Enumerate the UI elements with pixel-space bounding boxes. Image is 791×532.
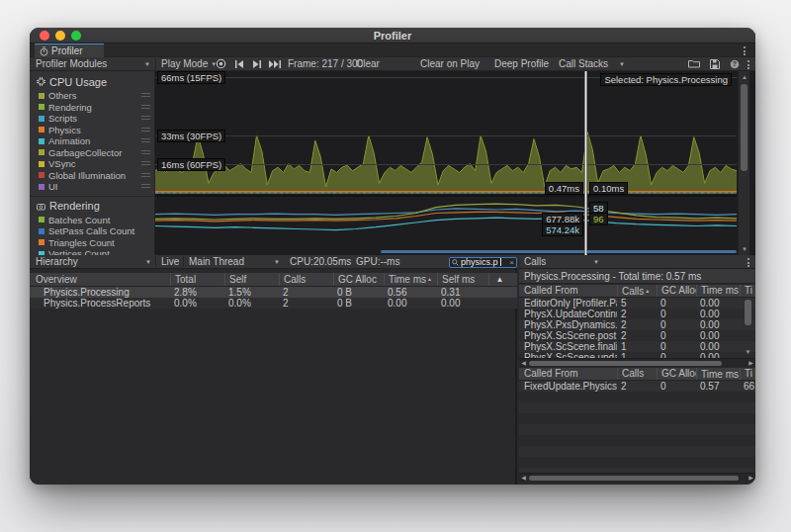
scroll-left-icon[interactable]: ◀	[519, 474, 528, 482]
chevron-down-icon[interactable]: ▼	[619, 61, 625, 67]
legend-item-batches-count[interactable]: Batches Count	[30, 215, 154, 226]
drag-handle-icon[interactable]	[141, 128, 150, 133]
col-total[interactable]: Total	[170, 273, 224, 286]
col-self-ms[interactable]: Self ms	[437, 273, 488, 286]
scrollbar-thumb[interactable]	[741, 84, 747, 171]
scrollbar-thumb[interactable]	[745, 300, 751, 325]
save-profile-button[interactable]	[710, 57, 720, 70]
col-self[interactable]: Self	[224, 273, 279, 286]
drag-handle-icon[interactable]	[141, 161, 150, 167]
table-row[interactable]: PhysX.UpdateContinuatio200.00	[519, 309, 755, 319]
call-stacks-dropdown[interactable]: Call Stacks	[559, 57, 608, 70]
cell: 0.56	[384, 287, 437, 298]
color-swatch	[39, 138, 44, 144]
table-row[interactable]: PhysX.ScScene.postSolve200.00	[519, 330, 755, 341]
help-button[interactable]: ?	[730, 57, 740, 70]
col-gc-alloc[interactable]: GC Alloc	[657, 285, 696, 297]
col-time-ms[interactable]: Time ms▴	[696, 368, 740, 380]
pane-menu-icon[interactable]	[744, 46, 746, 55]
cpu-usage-chart[interactable]	[155, 71, 737, 195]
toolbar-menu-icon[interactable]	[747, 60, 749, 69]
clear-search-icon[interactable]: ×	[509, 258, 514, 267]
col-calls[interactable]: Calls▴	[617, 285, 657, 297]
legend-item-rendering[interactable]: Rendering	[30, 102, 154, 114]
called-from-table-header[interactable]: Called From Calls▴ GC Alloc Time ms Ti	[519, 285, 755, 298]
col-time-ms[interactable]: Time ms▴	[384, 273, 437, 286]
scroll-down-icon[interactable]: ▼	[739, 244, 750, 254]
drag-handle-icon[interactable]	[141, 116, 150, 122]
cell: 0.00	[437, 298, 488, 309]
legend-item-scripts[interactable]: Scripts	[30, 113, 154, 125]
scroll-right-icon[interactable]: ▶	[747, 359, 755, 367]
drag-handle-icon[interactable]	[141, 138, 150, 144]
table-row[interactable]: PhysX.PxsDynamics.creat200.00	[519, 319, 755, 330]
legend-item-ui[interactable]: UI	[30, 181, 154, 193]
legend-item-global-illumination[interactable]: Global Illumination	[30, 170, 154, 182]
load-profile-button[interactable]	[688, 57, 700, 70]
details-menu-icon[interactable]	[747, 258, 749, 267]
first-frame-button[interactable]	[234, 57, 244, 70]
profiler-modules-dropdown[interactable]: Profiler Modules	[36, 57, 107, 70]
col-called-from[interactable]: Called From	[519, 285, 617, 297]
drag-handle-icon[interactable]	[141, 93, 150, 99]
table-row[interactable]: EditorOnly [Profiler.ParseT500.00	[519, 298, 755, 309]
legend-item-triangles-count[interactable]: Triangles Count	[30, 237, 154, 249]
search-input[interactable]: physics.p ×	[449, 257, 517, 268]
deep-profile-toggle[interactable]: Deep Profile	[494, 57, 549, 70]
legend-item-vsync[interactable]: VSync	[30, 158, 154, 170]
col-calls[interactable]: Calls	[279, 273, 333, 286]
clear-button[interactable]: Clear	[356, 57, 380, 70]
hierarchy-table-header[interactable]: Overview Total Self Calls GC Alloc Time …	[30, 273, 517, 287]
hierarchy-view-dropdown[interactable]: Hierarchy	[36, 255, 78, 268]
called-from-h-scrollbar[interactable]: ◀ ▶	[519, 358, 755, 367]
legend-item-animation[interactable]: Animation	[30, 135, 154, 147]
col-time-ms[interactable]: Time ms	[696, 285, 740, 297]
chart-plot-area[interactable]: 66ms (15FPS) 33ms (30FPS) 16ms (60FPS) S…	[155, 71, 738, 255]
col-overview[interactable]: Overview	[30, 273, 170, 286]
rendering-chart[interactable]	[155, 197, 737, 255]
legend-item-others[interactable]: Others	[30, 90, 154, 102]
clear-on-play-toggle[interactable]: Clear on Play	[420, 57, 480, 70]
drag-handle-icon[interactable]	[141, 173, 150, 179]
table-row[interactable]: Physics.ProcessReports 0.0% 0.0% 2 0 B 0…	[30, 298, 517, 309]
legend-item-setpass-calls-count[interactable]: SetPass Calls Count	[30, 225, 154, 237]
scroll-left-icon[interactable]: ◀	[519, 359, 528, 367]
col-called-from[interactable]: Called From	[519, 368, 617, 380]
table-row[interactable]: PhysX.ScScene.finalizatic100.00	[519, 341, 755, 352]
selected-frame-line[interactable]	[584, 71, 587, 255]
scroll-down-icon[interactable]: ▼	[744, 349, 752, 355]
scroll-right-icon[interactable]: ▶	[747, 474, 755, 482]
charts-vertical-scrollbar[interactable]: ▲ ▼	[738, 71, 749, 255]
scrollbar-thumb[interactable]	[529, 361, 722, 366]
scroll-up-icon[interactable]: ▲	[739, 72, 750, 82]
module-rendering-header[interactable]: Rendering	[30, 198, 154, 215]
callers-table-header[interactable]: Called From Calls GC Alloc Time ms▴ Ti	[519, 368, 755, 381]
col-gc-alloc[interactable]: GC Alloc	[657, 368, 696, 380]
legend-item-garbagecollector[interactable]: GarbageCollector	[30, 147, 154, 159]
legend-item-vertices-count[interactable]: Vertices Count	[30, 248, 154, 255]
details-view-dropdown[interactable]: Calls	[524, 255, 546, 268]
next-frame-button[interactable]	[252, 57, 262, 70]
col-calls[interactable]: Calls	[617, 368, 657, 380]
table-row[interactable]: FixedUpdate.PhysicsFixec 2 0 0.57 66	[519, 381, 755, 392]
drag-handle-icon[interactable]	[141, 150, 150, 156]
live-toggle[interactable]: Live	[161, 255, 179, 268]
col-time-pct[interactable]: Ti	[740, 368, 755, 380]
col-time-pct[interactable]: Ti	[740, 285, 755, 297]
current-frame-button[interactable]	[269, 57, 282, 70]
chart-range-scrollbar[interactable]	[381, 250, 737, 253]
col-gc-alloc[interactable]: GC Alloc	[333, 273, 384, 286]
table-row[interactable]: Physics.Processing 2.8% 1.5% 2 0 B 0.56 …	[30, 287, 517, 298]
record-button[interactable]	[216, 57, 226, 70]
warnings-column-icon[interactable]: ▲	[488, 273, 506, 286]
hierarchy-label: Hierarchy	[36, 256, 78, 267]
drag-handle-icon[interactable]	[141, 105, 150, 111]
scrollbar-thumb[interactable]	[529, 476, 739, 481]
play-mode-dropdown[interactable]: Play Mode▼	[161, 57, 217, 70]
legend-item-physics[interactable]: Physics	[30, 125, 154, 136]
drag-handle-icon[interactable]	[141, 184, 150, 190]
module-cpu-usage-header[interactable]: CPU Usage	[30, 73, 154, 90]
tab-profiler[interactable]: Profiler	[35, 44, 104, 57]
callers-h-scrollbar[interactable]: ◀ ▶	[519, 473, 755, 482]
thread-dropdown[interactable]: Main Thread	[189, 255, 244, 268]
